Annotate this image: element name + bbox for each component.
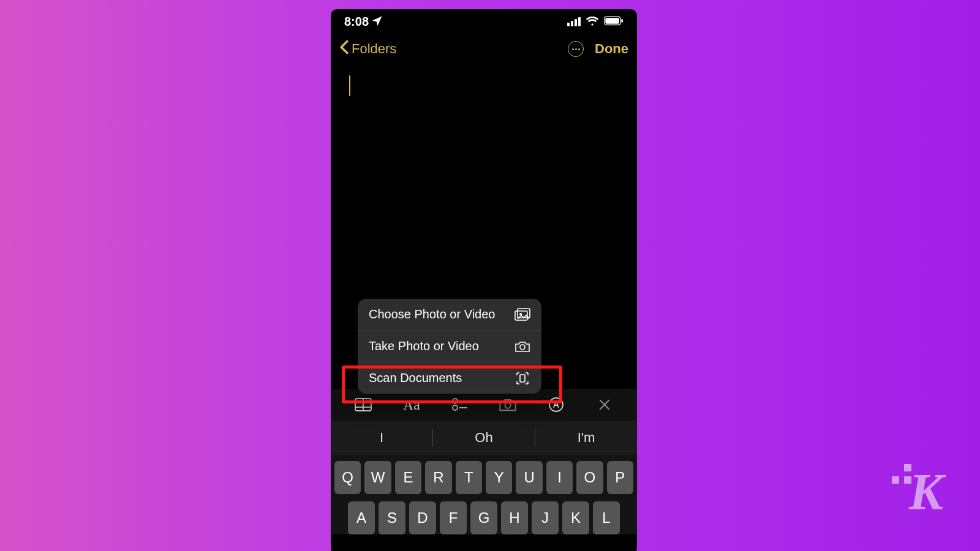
svg-point-16 <box>505 403 511 408</box>
key-h[interactable]: H <box>501 501 528 534</box>
location-arrow-icon <box>372 15 382 29</box>
menu-choose-photo[interactable]: Choose Photo or Video <box>358 299 541 330</box>
key-g[interactable]: G <box>470 501 497 534</box>
battery-icon <box>604 15 624 29</box>
text-cursor <box>349 75 350 96</box>
checklist-button[interactable] <box>448 397 472 412</box>
key-q[interactable]: Q <box>334 461 361 494</box>
camera-button[interactable] <box>496 397 520 412</box>
svg-point-5 <box>520 313 521 314</box>
phone-frame: 8:08 Folders <box>331 9 637 551</box>
suggestion-1[interactable]: Oh <box>433 430 535 446</box>
text-format-button[interactable]: Aa <box>399 397 424 413</box>
key-p[interactable]: P <box>607 461 633 494</box>
status-bar: 8:08 <box>331 9 637 34</box>
document-scan-icon <box>514 372 530 385</box>
suggestion-2[interactable]: I'm <box>535 430 637 446</box>
watermark-letter: K <box>909 467 943 518</box>
menu-item-label: Take Photo or Video <box>369 339 479 353</box>
photo-library-icon <box>514 308 530 321</box>
nav-bar: Folders Done <box>331 34 637 64</box>
key-o[interactable]: O <box>576 461 603 494</box>
key-d[interactable]: D <box>409 501 436 534</box>
suggestion-0[interactable]: I <box>331 430 432 446</box>
key-l[interactable]: L <box>593 501 620 534</box>
key-w[interactable]: W <box>364 461 391 494</box>
menu-item-label: Choose Photo or Video <box>369 307 495 321</box>
svg-rect-4 <box>518 309 530 318</box>
svg-point-14 <box>453 405 458 410</box>
key-y[interactable]: Y <box>486 461 512 494</box>
attach-menu: Choose Photo or Video Take Photo or Vide… <box>358 299 541 394</box>
svg-point-17 <box>549 398 563 411</box>
svg-point-12 <box>453 399 458 403</box>
close-toolbar-button[interactable] <box>592 399 617 411</box>
key-u[interactable]: U <box>516 461 542 494</box>
key-e[interactable]: E <box>395 461 421 494</box>
chevron-left-icon <box>339 40 349 58</box>
keyboard-row-2: A S D F G H J K L <box>334 501 633 534</box>
svg-point-6 <box>520 345 525 350</box>
menu-scan-documents[interactable]: Scan Documents <box>358 362 541 394</box>
keyboard: Q W E R T Y U I O P A S D F G H J K L <box>331 455 637 534</box>
note-editor[interactable]: Choose Photo or Video Take Photo or Vide… <box>331 64 637 389</box>
cellular-signal-icon <box>567 17 581 26</box>
back-button[interactable]: Folders <box>339 40 396 58</box>
key-s[interactable]: S <box>379 501 405 534</box>
back-label: Folders <box>352 41 396 57</box>
key-i[interactable]: I <box>546 461 573 494</box>
more-options-button[interactable] <box>568 41 584 57</box>
wifi-icon <box>586 15 599 29</box>
key-a[interactable]: A <box>348 501 375 534</box>
menu-item-label: Scan Documents <box>369 371 462 385</box>
status-time: 8:08 <box>344 15 369 29</box>
key-j[interactable]: J <box>532 501 559 534</box>
svg-rect-2 <box>621 19 623 23</box>
done-button[interactable]: Done <box>595 41 628 57</box>
camera-icon <box>514 340 530 353</box>
menu-take-photo[interactable]: Take Photo or Video <box>358 330 541 362</box>
predictive-text-bar: I Oh I'm <box>331 421 637 455</box>
markup-button[interactable] <box>544 397 568 413</box>
key-f[interactable]: F <box>440 501 467 534</box>
keyboard-row-1: Q W E R T Y U I O P <box>334 461 633 494</box>
key-k[interactable]: K <box>562 501 589 534</box>
watermark-dots-icon <box>892 464 911 484</box>
svg-rect-1 <box>605 18 619 23</box>
svg-rect-7 <box>520 375 525 382</box>
table-button[interactable] <box>351 398 375 411</box>
watermark-logo: K <box>909 467 943 518</box>
key-t[interactable]: T <box>456 461 482 494</box>
key-r[interactable]: R <box>425 461 451 494</box>
